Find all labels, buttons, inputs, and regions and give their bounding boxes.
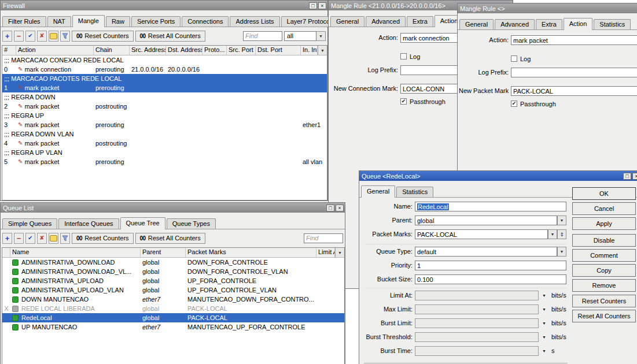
disable-button[interactable]: ✘ — [37, 233, 47, 244]
remove-button[interactable]: − — [14, 31, 24, 42]
passthrough-checkbox[interactable]: ✔ Passthrough — [511, 100, 556, 107]
column-header-dst-address[interactable]: Dst. Address — [166, 46, 202, 55]
firewall-rule-row[interactable]: 4 ✎mark packet postrouting — [2, 139, 327, 148]
packet-marks-select[interactable]: PACK-LOCAL — [415, 229, 548, 239]
find-input[interactable] — [304, 233, 343, 243]
queue-row[interactable]: DOWN MANUTENCAO ether7 MANUTENCAO_DOWN_F… — [2, 295, 344, 304]
burst-limit-unit-dropdown[interactable]: ▼ — [542, 318, 546, 328]
tab-extra[interactable]: Extra — [407, 16, 433, 27]
firewall-rule-row[interactable]: 2 ✎mark packet postrouting — [2, 102, 327, 111]
column-menu-button[interactable]: ▼ — [318, 46, 327, 55]
passthrough-checkbox[interactable]: ✔ Passthrough — [400, 98, 445, 105]
firewall-rule-row[interactable]: 5 ✎mark packet prerouting all vlan — [2, 157, 327, 166]
tab-advanced[interactable]: Advanced — [366, 16, 406, 27]
firewall-comment-row[interactable]: ;;; MARCACAO CONEXAO REDE LOCAL — [2, 55, 327, 65]
limit-at-unit-dropdown[interactable]: ▼ — [542, 291, 546, 300]
firewall-comment-row[interactable]: ;;; REGRA DOWN VLAN — [2, 129, 327, 139]
reset-counters-button[interactable]: 00 Reset Counters — [72, 31, 134, 42]
log-prefix-input[interactable] — [511, 68, 637, 77]
new-packet-mark-input[interactable]: PACK-LOCAL — [511, 86, 637, 96]
firewall-rule-row[interactable]: 0 ✎mark connection prerouting 21.0.0.0/1… — [2, 65, 327, 74]
tab-service-ports[interactable]: Service Ports — [131, 16, 181, 27]
log-checkbox[interactable]: Log — [400, 53, 420, 60]
packet-marks-updown-button[interactable]: ⇕ — [557, 229, 566, 239]
comment-button[interactable] — [49, 31, 58, 42]
tab-nat[interactable]: NAT — [47, 16, 71, 27]
burst-threshold-unit-dropdown[interactable]: ▼ — [542, 332, 546, 342]
maximize-button[interactable]: □ — [623, 173, 631, 180]
copy-button[interactable]: Copy — [572, 264, 636, 277]
firewall-comment-row[interactable]: ;;; MARCACAO PACOTES REDE LOCAL — [2, 74, 327, 83]
queue-dialog-titlebar[interactable]: Queue <RedeLocal> □ × — [359, 171, 637, 181]
maximize-button[interactable]: □ — [326, 205, 334, 211]
comment-button[interactable] — [49, 233, 58, 244]
parent-select[interactable]: global — [415, 216, 557, 225]
tab-queue-tree[interactable]: Queue Tree — [120, 217, 165, 229]
priority-input[interactable]: 1 — [415, 261, 566, 270]
tab-advanced[interactable]: Advanced — [495, 19, 535, 29]
column-header-src-address[interactable]: Src. Address — [130, 46, 166, 55]
column-header-dst-port[interactable]: Dst. Port — [256, 46, 301, 55]
firewall-comment-row[interactable]: ;;; REGRA UP — [2, 111, 327, 120]
enable-button[interactable]: ✔ — [25, 233, 35, 244]
column-header-packet-marks[interactable]: Packet Marks — [186, 248, 316, 257]
firewall-rule-row[interactable]: 1 ✎mark packet prerouting — [2, 83, 327, 92]
column-header-in-interface[interactable]: In. Int... — [301, 46, 318, 55]
column-header-parent[interactable]: Parent — [141, 248, 186, 257]
reset-all-counters-button[interactable]: 00 Reset All Counters — [135, 31, 205, 42]
filter-button[interactable] — [60, 233, 70, 244]
mangle-rule-titlebar[interactable]: Mangle Rule <> — [458, 3, 637, 13]
tab-filter-rules[interactable]: Filter Rules — [2, 16, 46, 27]
column-header-chain[interactable]: Chain — [94, 46, 130, 55]
column-header-name[interactable]: Name — [10, 248, 141, 257]
firewall-titlebar[interactable]: Firewall □ × — [1, 1, 327, 10]
reset-counters-button[interactable]: Reset Counters — [572, 295, 636, 307]
remove-button[interactable]: Remove — [572, 279, 636, 292]
queue-list-titlebar[interactable]: Queue List □ × — [1, 203, 345, 213]
queue-row[interactable]: RedeLocal global PACK-LOCAL — [2, 313, 344, 322]
filter-dropdown-button[interactable]: ▼ — [316, 31, 326, 41]
remove-button[interactable]: − — [14, 233, 24, 244]
tab-address-lists[interactable]: Address Lists — [230, 16, 279, 27]
reset-counters-button[interactable]: 00 Reset Counters — [72, 233, 134, 244]
tab-statistics[interactable]: Statistics — [396, 187, 433, 197]
column-header-protocol[interactable]: Proto... — [202, 46, 227, 55]
close-button[interactable]: × — [632, 173, 637, 180]
comment-button[interactable]: Comment — [572, 249, 636, 262]
tab-action[interactable]: Action — [564, 18, 593, 30]
column-header-limit-at[interactable]: Limit At — [316, 248, 335, 257]
tab-statistics[interactable]: Statistics — [594, 19, 631, 29]
firewall-comment-row[interactable]: ;;; REGRA DOWN — [2, 92, 327, 102]
tab-raw[interactable]: Raw — [106, 16, 130, 27]
column-header-src-port[interactable]: Src. Port — [227, 46, 256, 55]
burst-time-unit-dropdown[interactable]: ▼ — [542, 346, 546, 356]
close-button[interactable]: × — [318, 2, 326, 9]
cancel-button[interactable]: Cancel — [572, 202, 636, 215]
queue-row[interactable]: UP MANUTENCAO ether7 MANUTENCAO_UP_FORA_… — [2, 322, 344, 332]
maximize-button[interactable]: □ — [309, 2, 317, 9]
disable-button[interactable]: ✘ — [37, 31, 47, 42]
disable-button[interactable]: Disable — [572, 234, 636, 247]
tab-interface-queues[interactable]: Interface Queues — [58, 218, 119, 229]
tab-simple-queues[interactable]: Simple Queues — [2, 218, 57, 229]
close-button[interactable]: × — [336, 205, 344, 211]
tab-connections[interactable]: Connections — [182, 16, 229, 27]
queue-type-select[interactable]: default — [415, 247, 557, 257]
queue-row[interactable]: X REDE LOCAL LIBERADA global PACK-LOCAL — [2, 304, 344, 313]
column-menu-button[interactable]: ▼ — [335, 248, 344, 257]
reset-all-counters-button[interactable]: 00 Reset All Counters — [135, 233, 205, 244]
packet-marks-dropdown-button[interactable]: ▼ — [548, 229, 557, 239]
ok-button[interactable]: OK — [572, 187, 636, 200]
add-button[interactable]: + — [2, 31, 12, 42]
tab-general[interactable]: General — [330, 16, 364, 27]
column-header-flags[interactable] — [2, 248, 10, 257]
queue-row[interactable]: ADMINISTRATIVA_DOWNLOAD_VL... global DOW… — [2, 267, 344, 276]
add-button[interactable]: + — [2, 233, 12, 244]
filter-select[interactable]: all — [284, 31, 316, 41]
apply-button[interactable]: Apply — [572, 217, 636, 230]
enable-button[interactable]: ✔ — [25, 31, 35, 42]
queue-row[interactable]: ADMINISTRATIVA_UPLOAD_VLAN global UP_FOR… — [2, 285, 344, 295]
find-input[interactable] — [243, 31, 282, 41]
firewall-comment-row[interactable]: ;;; REGRA UP VLAN — [2, 148, 327, 157]
queue-row[interactable]: ADMINISTRATIVA_DOWNLOAD global DOWN_FORA… — [2, 258, 344, 267]
